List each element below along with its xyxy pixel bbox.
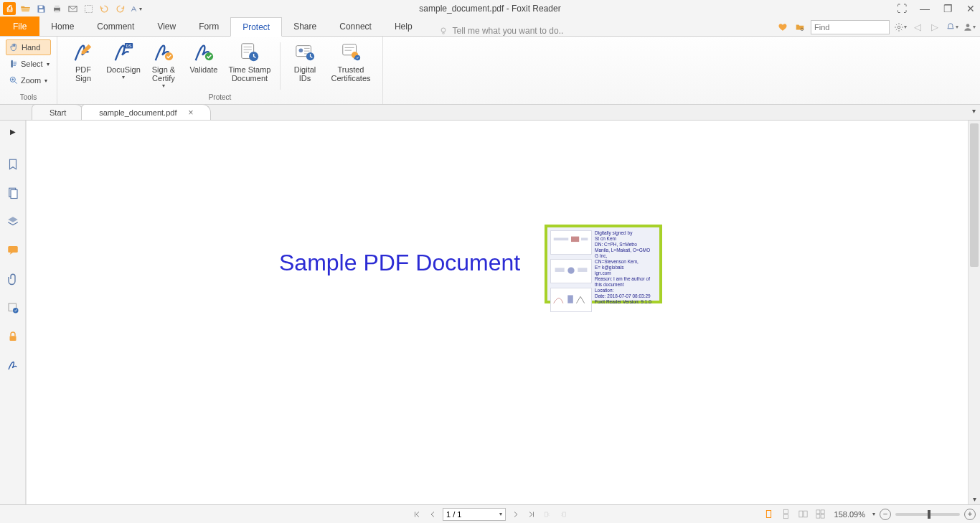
svg-rect-45 [816, 510, 820, 514]
docusign-button[interactable]: DS DocuSign ▾ [103, 39, 143, 93]
tab-help[interactable]: Help [383, 17, 424, 36]
single-page-view[interactable] [763, 508, 776, 521]
redo-button[interactable] [113, 2, 126, 15]
tools-group: Hand Select▾ Zoom▾ Tools [0, 37, 57, 104]
tab-comment[interactable]: Comment [85, 17, 146, 36]
heart-icon[interactable] [776, 21, 789, 34]
page-number-input[interactable] [446, 510, 496, 519]
tab-protect[interactable]: Protect [230, 17, 282, 37]
sig-line: E= k@globals [595, 265, 656, 270]
tab-connect[interactable]: Connect [328, 17, 383, 36]
vertical-scrollbar[interactable]: ▾ [968, 121, 980, 504]
zoom-value-dropdown[interactable]: ▾ [872, 511, 875, 517]
prev-view-button[interactable] [542, 509, 553, 520]
next-page-button[interactable] [510, 509, 522, 520]
undo-icon [99, 4, 110, 14]
tab-view[interactable]: View [146, 17, 187, 36]
tell-me-field[interactable]: Tell me what you want to do.. [438, 26, 564, 36]
signature-widget[interactable]: Digitally signed by St cn Kem DN: C=PH, … [545, 225, 662, 303]
page-dropdown-icon[interactable]: ▾ [499, 511, 502, 517]
zoom-tool[interactable]: Zoom▾ [6, 72, 51, 88]
digital-ids-button[interactable]: Digital IDs [285, 39, 325, 93]
last-page-button[interactable] [526, 509, 537, 520]
security-panel-button[interactable] [6, 329, 20, 344]
trusted-certs-label: Trusted Certificates [331, 65, 370, 83]
svg-rect-6 [85, 5, 92, 12]
svg-rect-37 [567, 295, 573, 303]
svg-rect-1 [39, 9, 43, 12]
timestamp-label: Time Stamp Document [229, 65, 271, 83]
snapshot-button[interactable] [82, 2, 95, 15]
zoom-slider[interactable] [895, 513, 960, 516]
prev-page-button[interactable] [427, 509, 438, 520]
window-controls: ⛶ — ❐ ✕ [895, 3, 977, 14]
notification-bell[interactable]: ▾ [946, 21, 958, 34]
validate-button[interactable]: Validate [184, 39, 224, 93]
zoom-out-button[interactable]: − [880, 509, 891, 520]
zoom-slider-handle[interactable] [928, 510, 930, 519]
close-button[interactable]: ✕ [964, 3, 977, 14]
sig-line: Foxit Reader Version: 9.1.0 [595, 299, 656, 305]
next-view-button[interactable] [557, 509, 569, 520]
pages-panel-button[interactable] [6, 186, 20, 200]
pdfsign-panel-button[interactable] [6, 358, 20, 372]
prev-find-button[interactable]: ◁ [911, 21, 924, 34]
svg-text:DS: DS [126, 44, 132, 48]
undo-button[interactable] [98, 2, 110, 15]
attachments-panel-button[interactable] [6, 272, 20, 286]
user-menu[interactable]: ▾ [963, 21, 976, 34]
maximize-button[interactable]: ❐ [941, 3, 954, 14]
start-doctab[interactable]: Start [32, 104, 84, 120]
tab-home[interactable]: Home [39, 17, 85, 36]
scrollbar-down-icon[interactable]: ▾ [969, 495, 980, 503]
next-find-button[interactable]: ▷ [928, 21, 941, 34]
doctab-menu-dropdown[interactable]: ▾ [972, 107, 976, 115]
settings-dropdown[interactable]: ▾ [894, 21, 907, 34]
pages-icon [6, 187, 19, 199]
timestamp-button[interactable]: Time Stamp Document [224, 39, 275, 93]
typewriter-dropdown[interactable]: ▾ [129, 2, 142, 15]
find-box[interactable] [811, 20, 890, 34]
layers-panel-button[interactable] [6, 215, 20, 229]
svg-rect-40 [766, 511, 771, 518]
continuous-facing-view[interactable] [814, 508, 827, 521]
zoom-value: 158.09% [834, 510, 865, 519]
pdf-sign-button[interactable]: PDF Sign [63, 39, 103, 93]
scrollbar-thumb[interactable] [970, 123, 979, 267]
tab-form[interactable]: Form [187, 17, 230, 36]
app-logo-icon: ⎙ [3, 2, 16, 15]
close-doctab-button[interactable]: × [188, 108, 193, 118]
svg-rect-41 [783, 509, 788, 514]
folder-search-icon[interactable] [793, 21, 806, 34]
file-tab[interactable]: File [0, 17, 39, 36]
snapshot-icon [83, 4, 94, 14]
hand-tool[interactable]: Hand [6, 39, 51, 55]
svg-point-20 [299, 48, 303, 52]
minimize-button[interactable]: — [918, 3, 931, 14]
email-button[interactable] [66, 2, 79, 15]
open-button[interactable] [19, 2, 32, 15]
sign-certify-button[interactable]: Sign & Certify ▾ [143, 39, 184, 93]
document-view[interactable]: Sample PDF Document Digitally signed by … [26, 121, 968, 504]
comments-panel-button[interactable] [6, 243, 20, 258]
first-page-button[interactable] [411, 509, 423, 520]
zoom-in-button[interactable]: + [964, 509, 976, 520]
ribbon-mode-icon[interactable]: ⛶ [895, 3, 908, 14]
trusted-certs-button[interactable]: Trusted Certificates [325, 39, 377, 93]
rail-expand-button[interactable]: ▶ [10, 128, 16, 136]
signatures-panel-button[interactable] [6, 301, 20, 315]
print-button[interactable] [50, 2, 63, 15]
select-tool[interactable]: Select▾ [6, 56, 51, 72]
continuous-view[interactable] [780, 508, 793, 521]
current-doctab[interactable]: sample_document.pdf × [81, 104, 211, 120]
facing-view[interactable] [797, 508, 810, 521]
pdf-sign-label: PDF Sign [75, 65, 91, 83]
page-number-box[interactable]: ▾ [443, 508, 506, 521]
select-icon [9, 59, 19, 69]
tab-share[interactable]: Share [282, 17, 328, 36]
save-icon [36, 4, 47, 14]
bookmarks-panel-button[interactable] [6, 157, 20, 171]
save-button[interactable] [34, 2, 47, 15]
quick-access-toolbar: ⎙ ▾ [0, 2, 142, 15]
docusign-icon: DS [113, 42, 134, 63]
